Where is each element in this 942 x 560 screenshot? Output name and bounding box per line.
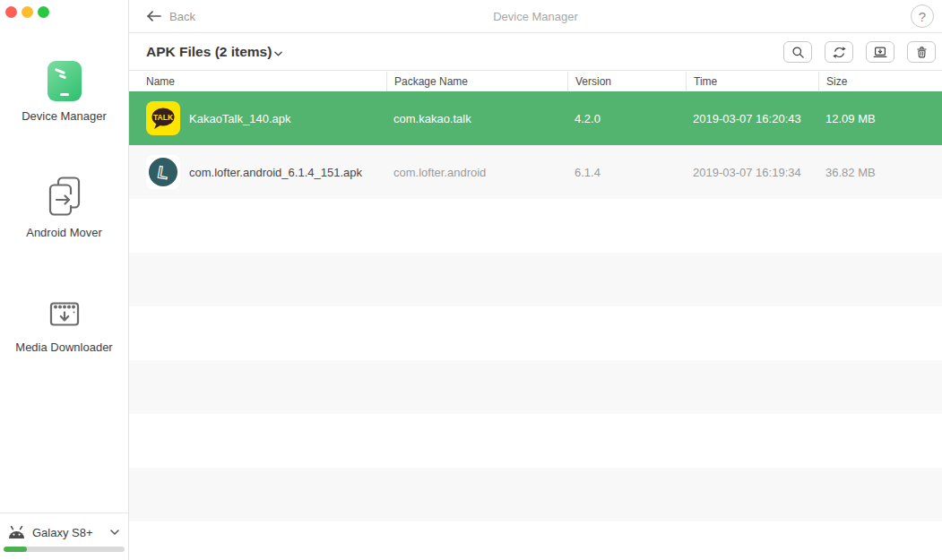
file-name: KakaoTalk_140.apk xyxy=(189,112,290,125)
search-button[interactable] xyxy=(783,41,812,63)
chevron-down-icon xyxy=(274,51,282,56)
install-to-device-button[interactable] xyxy=(866,41,894,63)
sidebar: Device Manager Android Mover xyxy=(0,0,129,560)
minimize-window-button[interactable] xyxy=(22,6,33,18)
file-type-label: APK Files (2 items) xyxy=(146,44,272,60)
column-header-package[interactable]: Package Name xyxy=(386,72,567,91)
sidebar-item-label: Android Mover xyxy=(0,226,128,239)
delete-button[interactable] xyxy=(907,41,936,63)
back-button[interactable]: Back xyxy=(146,0,195,32)
time-cell: 2019-03-07 16:19:34 xyxy=(686,145,818,199)
svg-text:TALK: TALK xyxy=(153,113,174,122)
device-manager-window: Device Manager Android Mover xyxy=(0,0,942,560)
column-header-time[interactable]: Time xyxy=(686,72,818,91)
storage-progress-fill xyxy=(4,547,27,552)
sidebar-item-label: Media Downloader xyxy=(0,340,128,354)
toolbar: APK Files (2 items) xyxy=(129,33,942,71)
svg-text:L: L xyxy=(156,162,169,183)
version-cell: 6.1.4 xyxy=(567,145,686,199)
android-mover-transfer-icon xyxy=(46,176,83,218)
version-cell: 4.2.0 xyxy=(567,91,686,145)
empty-row-stripe xyxy=(129,468,942,521)
chevron-down-icon xyxy=(110,530,119,535)
lofter-app-icon: L xyxy=(146,155,180,189)
trash-icon xyxy=(914,45,929,60)
back-label: Back xyxy=(169,10,195,23)
size-cell: 36.82 MB xyxy=(818,145,942,199)
zoom-window-button[interactable] xyxy=(38,6,49,18)
refresh-button[interactable] xyxy=(825,41,853,63)
sidebar-item-device-manager[interactable]: Device Manager xyxy=(0,61,128,123)
size-cell: 12.09 MB xyxy=(818,91,942,145)
media-downloader-icon xyxy=(46,296,83,332)
refresh-icon xyxy=(832,45,847,60)
android-robot-icon xyxy=(7,525,26,539)
name-cell: L com.lofter.android_6.1.4_151.apk xyxy=(129,145,386,199)
help-button[interactable]: ? xyxy=(911,4,934,28)
empty-row-stripe xyxy=(129,360,942,414)
sidebar-item-media-downloader[interactable]: Media Downloader xyxy=(0,296,128,354)
file-name: com.lofter.android_6.1.4_151.apk xyxy=(189,166,362,179)
package-cell: com.kakao.talk xyxy=(386,91,567,145)
install-to-device-icon xyxy=(872,44,888,60)
sidebar-item-android-mover[interactable]: Android Mover xyxy=(0,176,128,239)
device-selector[interactable]: Galaxy S8+ xyxy=(7,522,122,542)
device-storage-bar xyxy=(4,547,125,552)
kakaotalk-app-icon: TALK xyxy=(146,101,180,135)
column-header-size[interactable]: Size xyxy=(818,72,942,91)
package-cell: com.lofter.android xyxy=(386,145,567,199)
column-header-version[interactable]: Version xyxy=(567,72,686,91)
device-manager-phone-icon xyxy=(48,61,82,101)
table-row-lofter[interactable]: L com.lofter.android_6.1.4_151.apk com.l… xyxy=(129,145,942,199)
sidebar-divider xyxy=(0,513,128,513)
file-type-dropdown[interactable]: APK Files (2 items) xyxy=(146,33,282,70)
window-controls xyxy=(5,6,49,18)
sidebar-item-label: Device Manager xyxy=(0,109,128,123)
close-window-button[interactable] xyxy=(5,6,17,18)
time-cell: 2019-03-07 16:20:43 xyxy=(686,91,818,145)
magnifier-icon xyxy=(791,45,806,60)
arrow-left-icon xyxy=(146,11,161,22)
empty-row-stripe xyxy=(129,253,942,306)
page-title: Device Manager xyxy=(129,0,942,32)
question-mark-icon: ? xyxy=(919,9,926,24)
device-name: Galaxy S8+ xyxy=(32,526,93,539)
toolbar-buttons xyxy=(783,41,936,63)
column-header-name[interactable]: Name xyxy=(129,72,386,91)
table-row-kakaotalk[interactable]: TALK KakaoTalk_140.apk com.kakao.talk 4.… xyxy=(129,91,942,145)
titlebar: Back Device Manager ? xyxy=(129,0,942,33)
name-cell: TALK KakaoTalk_140.apk xyxy=(129,91,386,145)
table-header: Name Package Name Version Time Size xyxy=(129,72,942,91)
